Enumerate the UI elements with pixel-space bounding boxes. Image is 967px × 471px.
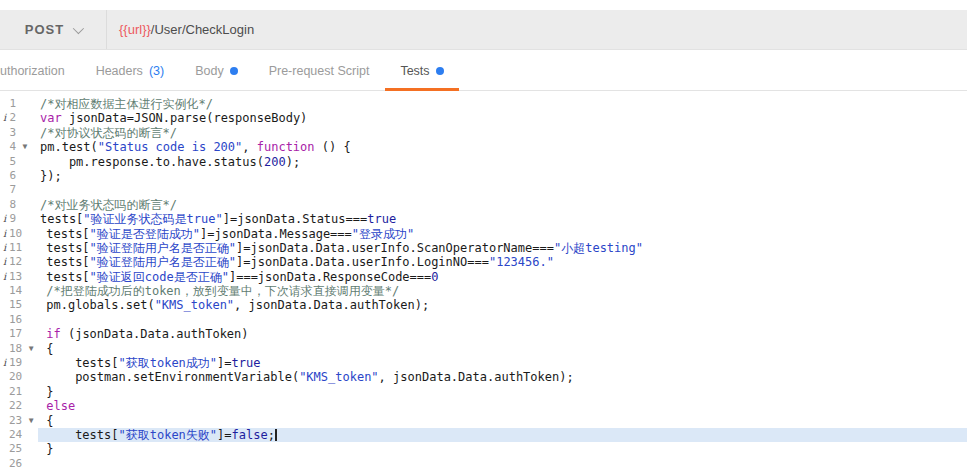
lint-warning-slot (0, 385, 9, 399)
code-text[interactable] (32, 183, 967, 197)
code-text[interactable]: pm.test("Status code is 200", function (… (32, 140, 967, 154)
lint-warning-icon[interactable]: i (0, 111, 9, 125)
code-line[interactable]: 14/*把登陆成功后的token，放到变量中，下次请求直接调用变量*/ (0, 284, 967, 298)
code-line[interactable]: i2var jsonData=JSON.parse(responseBody) (0, 111, 967, 125)
code-text[interactable]: tests["获取token失败"]=false; (38, 428, 967, 442)
code-text[interactable]: tests["验证业务状态码是true"]=jsonData.Status===… (32, 212, 967, 226)
code-line[interactable]: i9tests["验证业务状态码是true"]=jsonData.Status=… (0, 212, 967, 226)
fold-slot (24, 227, 38, 241)
editor-gutter: 1 (0, 97, 32, 111)
code-text[interactable]: tests["验证登陆用户名是否正确"]=jsonData.Data.userI… (38, 241, 967, 255)
code-line[interactable]: 17if (jsonData.Data.authToken) (0, 327, 967, 341)
code-line[interactable]: 18▼{ (0, 342, 967, 356)
code-line[interactable]: 21} (0, 385, 967, 399)
code-line[interactable]: 3/*对协议状态码的断言*/ (0, 126, 967, 140)
code-text[interactable]: /*对业务状态吗的断言*/ (32, 198, 967, 212)
editor-gutter: 14 (0, 284, 38, 298)
code-text[interactable]: } (38, 442, 967, 456)
code-line[interactable]: i12tests["验证登陆用户名是否正确"]=jsonData.Data.us… (0, 255, 967, 269)
token-s: "验证登陆用户名是否正确" (90, 255, 236, 269)
code-line[interactable]: 25} (0, 442, 967, 456)
token-d: }); (40, 169, 62, 183)
line-number: 16 (9, 313, 24, 327)
code-line[interactable]: 23▼{ (0, 414, 967, 428)
lint-warning-icon[interactable]: i (0, 212, 9, 226)
code-text[interactable]: /*把登陆成功后的token，放到变量中，下次请求直接调用变量*/ (38, 284, 967, 298)
token-a: true (232, 356, 261, 370)
code-text[interactable]: /*对相应数据主体进行实例化*/ (32, 97, 967, 111)
lint-warning-slot (0, 140, 9, 154)
lint-warning-slot (0, 442, 9, 456)
code-line[interactable]: 22else (0, 399, 967, 413)
lint-warning-icon[interactable]: i (0, 270, 9, 284)
editor-gutter: i10 (0, 227, 38, 241)
text-cursor (275, 429, 277, 441)
token-s: "KMS_token" (155, 298, 234, 312)
code-editor[interactable]: 1/*对相应数据主体进行实例化*/i2var jsonData=JSON.par… (0, 91, 967, 471)
token-d: ]=jsonData.Data.userInfo.ScanOperatorNam… (236, 241, 554, 255)
code-text[interactable]: pm.globals.set("KMS_token", jsonData.Dat… (38, 298, 967, 312)
code-line[interactable]: 5 pm.response.to.have.status(200); (0, 155, 967, 169)
code-text[interactable]: else (38, 399, 967, 413)
token-s: "验证返回code是否正确" (90, 270, 229, 284)
code-line[interactable]: i11tests["验证登陆用户名是否正确"]=jsonData.Data.us… (0, 241, 967, 255)
fold-arrow-icon[interactable]: ▼ (18, 140, 32, 154)
lint-warning-icon[interactable]: i (0, 241, 9, 255)
code-line[interactable]: i13tests["验证返回code是否正确"]===jsonData.Resp… (0, 270, 967, 284)
tab-body[interactable]: Body (195, 52, 238, 90)
fold-slot (24, 428, 38, 442)
code-text[interactable]: }); (32, 169, 967, 183)
lint-warning-icon[interactable]: i (0, 227, 9, 241)
lint-warning-slot (0, 183, 9, 197)
code-line[interactable]: 24 tests["获取token失败"]=false; (0, 428, 967, 442)
editor-gutter: i19 (0, 356, 38, 370)
code-line[interactable]: 7 (0, 183, 967, 197)
tab-pre-request-script[interactable]: Pre-request Script (269, 52, 370, 90)
token-a: false (232, 428, 268, 442)
editor-gutter: 23▼ (0, 414, 38, 428)
fold-arrow-icon[interactable]: ▼ (24, 414, 38, 428)
token-d: ]=jsonData.Data.userInfo.LoginNO=== (236, 255, 489, 269)
code-line[interactable]: 20 postman.setEnvironmentVariable("KMS_t… (0, 370, 967, 384)
tab-headers[interactable]: Headers(3) (96, 52, 165, 90)
code-text[interactable] (38, 457, 967, 471)
code-text[interactable]: { (38, 414, 967, 428)
code-text[interactable]: tests["验证是否登陆成功"]=jsonData.Message==="登录… (38, 227, 967, 241)
tab-tests[interactable]: Tests (385, 52, 458, 90)
editor-gutter: 26 (0, 457, 38, 471)
code-text[interactable]: pm.response.to.have.status(200); (32, 155, 967, 169)
line-number: 12 (9, 255, 24, 269)
code-text[interactable]: tests["获取token成功"]=true (38, 356, 967, 370)
lint-warning-icon[interactable]: i (0, 255, 9, 269)
code-text[interactable] (38, 313, 967, 327)
fold-slot (18, 183, 32, 197)
code-text[interactable]: if (jsonData.Data.authToken) (38, 327, 967, 341)
code-text[interactable]: postman.setEnvironmentVariable("KMS_toke… (38, 370, 967, 384)
code-text[interactable]: tests["验证返回code是否正确"]===jsonData.Respons… (38, 270, 967, 284)
method-dropdown[interactable]: POST (0, 10, 107, 49)
code-line[interactable]: 15pm.globals.set("KMS_token", jsonData.D… (0, 298, 967, 312)
code-text[interactable]: tests["验证登陆用户名是否正确"]=jsonData.Data.userI… (38, 255, 967, 269)
fold-arrow-icon[interactable]: ▼ (24, 342, 38, 356)
token-k: function (257, 140, 315, 154)
token-s: "登录成功" (352, 227, 414, 241)
token-d: tests[ (46, 241, 89, 255)
token-s: "小超testing" (554, 241, 643, 255)
code-line[interactable]: 8/*对业务状态吗的断言*/ (0, 198, 967, 212)
line-number: 26 (9, 457, 24, 471)
code-line[interactable]: 6}); (0, 169, 967, 183)
code-line[interactable]: i19 tests["获取token成功"]=true (0, 356, 967, 370)
code-line[interactable]: i10tests["验证是否登陆成功"]=jsonData.Message===… (0, 227, 967, 241)
code-line[interactable]: 16 (0, 313, 967, 327)
code-text[interactable]: } (38, 385, 967, 399)
code-line[interactable]: 1/*对相应数据主体进行实例化*/ (0, 97, 967, 111)
url-input[interactable]: {{url}}/User/CheckLogin (107, 10, 967, 49)
code-line[interactable]: 4▼pm.test("Status code is 200", function… (0, 140, 967, 154)
code-text[interactable]: { (38, 342, 967, 356)
line-number: 21 (9, 385, 24, 399)
tab-authorization[interactable]: uthorization (0, 52, 65, 90)
lint-warning-icon[interactable]: i (0, 356, 9, 370)
code-text[interactable]: var jsonData=JSON.parse(responseBody) (32, 111, 967, 125)
code-line[interactable]: 26 (0, 457, 967, 471)
code-text[interactable]: /*对协议状态码的断言*/ (32, 126, 967, 140)
